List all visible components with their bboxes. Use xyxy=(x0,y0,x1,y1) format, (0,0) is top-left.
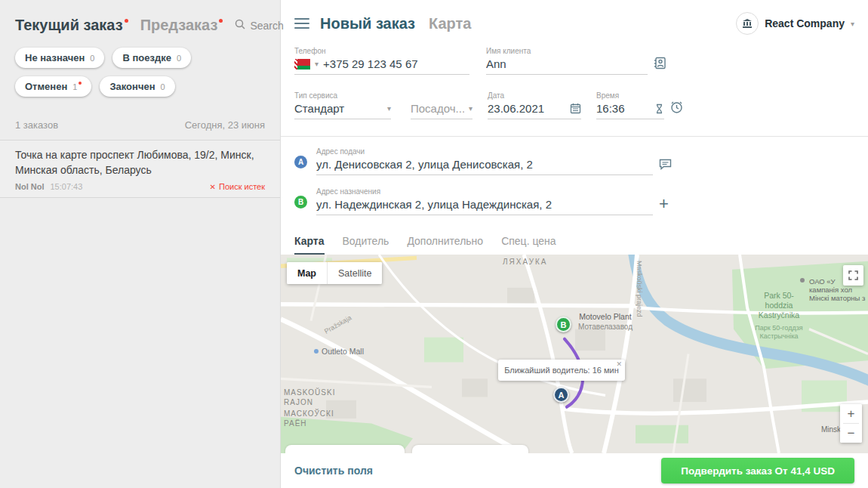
client-name-field: Имя клиента xyxy=(486,47,648,75)
sidebar-header: Текущий заказ Предзаказ Search xyxy=(0,0,280,34)
chevron-down-icon[interactable]: ▾ xyxy=(315,60,319,68)
filter-label: Не назначен xyxy=(25,52,85,63)
pickup-address-label: Адрес подачи xyxy=(316,147,653,156)
map-view-button[interactable]: Map xyxy=(287,262,327,284)
phone-label: Телефон xyxy=(294,47,469,55)
clear-fields-button[interactable]: Очистить поля xyxy=(294,465,373,477)
search-icon xyxy=(235,19,245,32)
map-marker-destination-b[interactable]: B xyxy=(556,317,571,332)
order-time: 15:07:43 xyxy=(51,182,83,191)
form-row-contacts: Телефон ▾ Имя клиента xyxy=(294,47,854,75)
tab-map-header[interactable]: Карта xyxy=(429,15,471,32)
action-bar: Очистить поля Подвердить заказ От 41,4 U… xyxy=(281,453,868,488)
filter-label: Закончен xyxy=(109,81,155,92)
notification-dot xyxy=(125,19,128,23)
hourglass-icon[interactable] xyxy=(654,103,664,114)
destination-address-field: Адрес назначения xyxy=(316,187,653,215)
map-canvas[interactable]: ЛЯХАУКА Motovelo Plant Мотавелазавод Out… xyxy=(281,255,868,453)
tab-map[interactable]: Карта xyxy=(294,235,325,255)
close-icon: ✕ xyxy=(210,183,216,191)
map-marker-pickup-a[interactable]: A xyxy=(553,387,569,403)
tab-special-price[interactable]: Спец. цена xyxy=(501,235,556,255)
boarding-select[interactable] xyxy=(411,102,464,115)
filter-count: 0 xyxy=(177,54,181,63)
contacts-book-icon[interactable] xyxy=(654,57,666,69)
search-label: Search xyxy=(250,20,283,32)
status-filter-group: Не назначен 0 В поездке 0 Отменен 1 Зако… xyxy=(0,34,280,97)
tab-driver[interactable]: Водитель xyxy=(343,235,389,255)
phone-field: Телефон ▾ xyxy=(294,47,469,75)
map-tiles xyxy=(281,255,868,453)
time-input[interactable] xyxy=(596,102,650,115)
filter-count: 0 xyxy=(161,82,165,91)
service-type-select[interactable] xyxy=(294,102,383,115)
filter-cancelled[interactable]: Отменен 1 xyxy=(15,76,91,97)
pickup-address-field: Адрес подачи xyxy=(316,147,653,175)
orders-meta-row: 1 заказов Сегодня, 23 июня xyxy=(0,119,280,131)
destination-marker-b: B xyxy=(294,196,307,208)
filter-in-trip[interactable]: В поездке 0 xyxy=(112,48,191,68)
company-name: React Company xyxy=(765,17,845,29)
main-header: Новый заказ Карта React Company ▾ xyxy=(281,0,868,38)
search-button[interactable]: Search xyxy=(235,19,283,32)
notification-dot xyxy=(78,82,82,85)
page-title: Новый заказ xyxy=(320,15,415,32)
time-field: Время xyxy=(596,91,664,119)
destination-address-input[interactable] xyxy=(316,198,653,211)
pickup-address-row: A Адрес подачи xyxy=(281,147,868,175)
chevron-down-icon[interactable]: ▾ xyxy=(469,104,472,113)
schedule-clock-icon[interactable] xyxy=(670,101,683,114)
client-name-input[interactable] xyxy=(486,57,648,70)
destination-address-row: B Адрес назначения + xyxy=(281,187,868,215)
service-type-field: Тип сервиса ▾ xyxy=(294,91,391,119)
detail-tabs: Карта Водитель Дополнительно Спец. цена xyxy=(281,235,868,255)
add-stop-icon[interactable]: + xyxy=(659,196,669,212)
tab-additional[interactable]: Дополнительно xyxy=(407,235,483,255)
notification-dot xyxy=(219,19,223,23)
order-address: Точка на карте проспект Любимова, 19/2, … xyxy=(15,148,265,178)
tab-current-order[interactable]: Текущий заказ xyxy=(15,17,128,34)
menu-icon[interactable] xyxy=(294,16,309,31)
fullscreen-button[interactable] xyxy=(843,265,863,286)
filter-unassigned[interactable]: Не назначен 0 xyxy=(15,48,104,68)
filter-label: В поездке xyxy=(122,52,171,63)
company-menu[interactable]: React Company ▾ xyxy=(736,12,854,35)
phone-input[interactable] xyxy=(323,57,469,70)
date-header: Сегодня, 23 июня xyxy=(185,119,265,131)
order-form: Телефон ▾ Имя клиента Тип сервиса xyxy=(281,38,868,119)
tab-preorder-label: Предзаказ xyxy=(140,17,218,33)
zoom-out-button[interactable]: − xyxy=(840,424,862,443)
pickup-address-input[interactable] xyxy=(316,158,653,171)
date-label: Дата xyxy=(488,91,581,100)
filter-finished[interactable]: Закончен 0 xyxy=(100,76,174,97)
tab-preorder[interactable]: Предзаказ xyxy=(140,17,223,34)
destination-address-label: Адрес назначения xyxy=(316,187,653,196)
zoom-control: + − xyxy=(840,404,862,443)
comment-icon[interactable] xyxy=(659,158,672,170)
form-row-service: Тип сервиса ▾ ▾ Дата xyxy=(294,91,854,119)
orders-sidebar: Текущий заказ Предзаказ Search Не назнач… xyxy=(0,0,281,488)
zoom-in-button[interactable]: + xyxy=(840,404,862,423)
calendar-icon[interactable] xyxy=(570,103,581,114)
date-input[interactable] xyxy=(488,102,565,115)
chevron-down-icon: ▾ xyxy=(851,20,854,28)
country-flag-icon[interactable] xyxy=(294,59,310,69)
confirm-order-button[interactable]: Подвердить заказ От 41,4 USD xyxy=(661,458,854,483)
satellite-view-button[interactable]: Satellite xyxy=(327,262,382,284)
order-status-badge: ✕ Поиск истек xyxy=(210,182,265,191)
order-card-footer: Nol Nol 15:07:43 ✕ Поиск истек xyxy=(15,182,265,191)
chevron-down-icon[interactable]: ▾ xyxy=(387,104,391,113)
date-field: Дата xyxy=(488,91,581,119)
filter-label: Отменен xyxy=(25,81,67,92)
order-status-label: Поиск истек xyxy=(219,182,265,191)
client-name-label: Имя клиента xyxy=(486,47,648,55)
time-label: Время xyxy=(596,91,664,100)
order-list-item[interactable]: Точка на карте проспект Любимова, 19/2, … xyxy=(0,140,280,198)
bottom-sheet-card xyxy=(285,445,405,453)
filter-count: 0 xyxy=(90,54,94,63)
orders-count: 1 заказов xyxy=(15,119,58,131)
order-client-name: Nol Nol xyxy=(15,182,45,191)
tab-current-order-label: Текущий заказ xyxy=(15,17,123,33)
service-type-label: Тип сервиса xyxy=(294,91,391,100)
close-icon[interactable]: ✕ xyxy=(616,360,622,368)
